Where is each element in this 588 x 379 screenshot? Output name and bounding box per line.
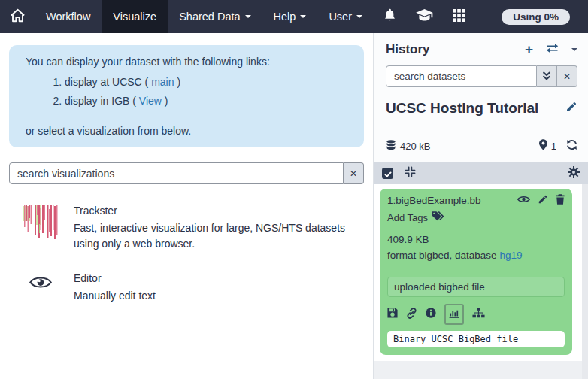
sitemap-icon — [472, 308, 485, 321]
search-datasets-input[interactable] — [386, 65, 537, 87]
tags-icon — [432, 211, 447, 224]
pencil-icon — [565, 102, 577, 115]
caret-down-icon — [300, 15, 306, 18]
exchange-icon — [546, 43, 559, 56]
bell-icon — [383, 8, 396, 25]
display-links-info-box: You can display your dataset with the fo… — [9, 45, 364, 147]
trackster-icon — [23, 205, 59, 242]
graduation-cap-icon — [416, 9, 433, 25]
display-dataset-button[interactable] — [517, 195, 530, 206]
copy-link-button[interactable] — [406, 308, 417, 322]
ucsc-main-link[interactable]: main — [151, 76, 174, 88]
dataset-card[interactable]: 1: bigBedExample.bb — [380, 189, 572, 355]
check-icon — [384, 167, 392, 180]
double-chevron-down-icon — [542, 71, 551, 83]
info-intro: You can display your dataset with the fo… — [26, 56, 347, 68]
list-item: display at UCSC ( main ) — [65, 74, 347, 89]
history-size-stat[interactable]: 420 kB — [386, 140, 430, 153]
igb-view-link[interactable]: View — [139, 95, 162, 107]
search-visualizations-input[interactable] — [9, 162, 344, 184]
nav-shared-data[interactable]: Shared Data — [168, 0, 262, 33]
trash-icon — [556, 194, 565, 207]
history-panel-title: History — [386, 42, 430, 57]
masthead-spacer — [475, 0, 502, 33]
refresh-history-button[interactable] — [566, 139, 577, 153]
scrollbar-track[interactable] — [582, 184, 588, 379]
eye-icon — [517, 195, 530, 206]
masthead: Workflow Visualize Shared Data Help User — [0, 0, 588, 33]
add-tags-label: Add Tags — [387, 212, 428, 223]
dataset-info-button[interactable] — [426, 308, 436, 321]
link-icon — [406, 308, 417, 322]
history-panel: History + — [374, 33, 588, 379]
visualizations-search: ✕ — [9, 162, 364, 184]
list-item-editor[interactable]: Editor Manually edit text — [23, 272, 364, 304]
delete-dataset-button[interactable] — [556, 194, 565, 207]
nav-visualize[interactable]: Visualize — [102, 0, 168, 33]
floppy-disk-icon — [387, 308, 398, 321]
compress-icon — [405, 166, 416, 180]
history-list-area: 1: bigBedExample.bb — [374, 184, 588, 379]
shown-count: 1 — [551, 141, 556, 152]
database-link[interactable]: hg19 — [499, 250, 522, 261]
collapse-all-button[interactable] — [405, 166, 416, 180]
edit-history-name-button[interactable] — [565, 101, 577, 116]
viz-name: Editor — [74, 272, 156, 284]
history-size: 420 kB — [400, 141, 430, 152]
advanced-filter-button[interactable] — [537, 65, 557, 87]
training-button[interactable] — [406, 0, 443, 33]
select-all-checkbox[interactable] — [382, 168, 393, 179]
home-icon — [10, 8, 26, 26]
clear-filter-button[interactable]: ✕ — [557, 65, 577, 87]
dataset-format: bigbed, — [419, 250, 452, 261]
shown-items-stat: 1 — [539, 139, 556, 153]
dataset-name: bigBedExample.bb — [396, 195, 480, 206]
dataset-meta: format bigbed, database hg19 — [387, 250, 565, 261]
plus-icon: + — [525, 41, 533, 57]
datasets-search: ✕ — [386, 65, 577, 87]
visualization-list: Trackster Fast, interactive visualizatio… — [9, 205, 364, 304]
close-icon: ✕ — [350, 168, 357, 179]
info-circle-icon — [426, 308, 436, 321]
caret-down-icon — [571, 48, 577, 51]
list-item-trackster[interactable]: Trackster Fast, interactive visualizatio… — [23, 205, 364, 252]
history-name: UCSC Hosting Tutorial — [386, 100, 538, 117]
caret-down-icon — [245, 15, 251, 18]
list-item: display in IGB ( View ) — [65, 93, 347, 108]
related-datasets-button[interactable] — [472, 308, 485, 321]
add-tags-button[interactable]: Add Tags — [387, 211, 565, 224]
dataset-size: 409.9 KB — [387, 234, 565, 245]
nav-user[interactable]: User — [317, 0, 374, 33]
notifications-button[interactable] — [374, 0, 406, 33]
eye-icon — [29, 274, 52, 293]
visualize-panel: You can display your dataset with the fo… — [0, 33, 374, 379]
clear-search-button[interactable]: ✕ — [344, 162, 364, 184]
interactive-tools-button[interactable] — [443, 0, 475, 33]
nav-help[interactable]: Help — [262, 0, 318, 33]
viz-description: Fast, interactive visualization for larg… — [74, 220, 353, 252]
viz-description: Manually edit text — [74, 288, 156, 304]
dataset-summary: uploaded bigbed file — [387, 277, 565, 297]
edit-dataset-button[interactable] — [538, 194, 548, 207]
home-button[interactable] — [0, 0, 35, 33]
history-list-toolbar — [374, 162, 588, 184]
save-dataset-button[interactable] — [387, 308, 398, 321]
info-outro: or select a visualization from below. — [26, 125, 347, 137]
map-marker-icon — [539, 139, 547, 153]
pencil-icon — [538, 194, 548, 207]
gear-icon — [568, 168, 580, 180]
list-settings-button[interactable] — [568, 166, 580, 181]
display-links-list: display at UCSC ( main ) display in IGB … — [26, 74, 347, 108]
dataset-hid: 1 — [387, 195, 393, 206]
caret-down-icon — [356, 15, 362, 18]
history-options-button[interactable] — [571, 48, 577, 51]
switch-history-button[interactable] — [546, 43, 559, 56]
grid-icon — [453, 9, 465, 25]
database-icon — [386, 140, 396, 153]
storage-usage-button[interactable]: Using 0% — [502, 9, 570, 25]
visualize-dataset-button[interactable] — [444, 304, 464, 325]
nav-workflow[interactable]: Workflow — [35, 0, 102, 33]
new-history-button[interactable]: + — [525, 44, 533, 55]
viz-name: Trackster — [74, 205, 353, 217]
bar-chart-icon — [449, 308, 459, 321]
